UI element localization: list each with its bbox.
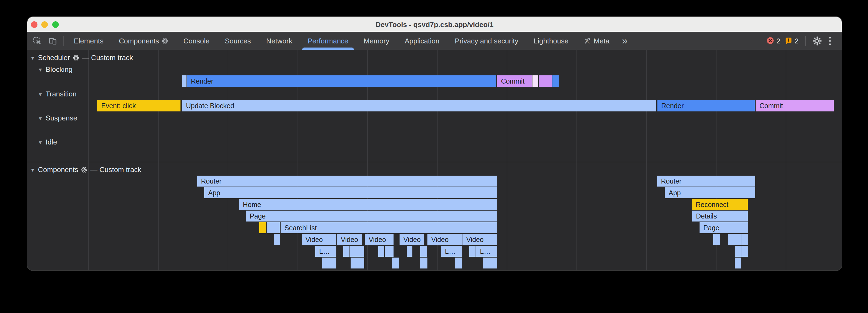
timeline-bar[interactable] — [420, 246, 427, 257]
commit-bar[interactable]: Commit — [497, 75, 532, 87]
bar-label: Video — [428, 236, 449, 243]
minimize-button[interactable] — [41, 21, 48, 28]
home-bar[interactable]: Home — [239, 199, 497, 210]
l-bar[interactable]: L… — [441, 246, 462, 257]
tab-performance[interactable]: Performance — [300, 32, 356, 50]
track-divider — [27, 162, 842, 162]
bar-label: Router — [657, 177, 681, 185]
timeline-bar[interactable] — [483, 257, 497, 269]
timeline-bar[interactable] — [259, 222, 266, 233]
timeline-bar[interactable] — [420, 257, 428, 269]
bar-label: Details — [692, 212, 717, 220]
timeline-bar[interactable] — [392, 257, 399, 269]
bar-label: Reconnect — [692, 201, 728, 208]
page-bar[interactable]: Page — [246, 211, 497, 221]
video-bar[interactable]: Video — [337, 234, 362, 245]
timeline-bar[interactable] — [713, 234, 720, 245]
lane-idle[interactable]: ▼Idle — [38, 138, 57, 146]
timeline-bar[interactable] — [741, 234, 748, 245]
video-bar[interactable]: Video — [302, 234, 336, 245]
tab-network[interactable]: Network — [259, 32, 300, 50]
timeline-bar[interactable] — [741, 246, 748, 257]
timeline-bar[interactable] — [455, 257, 462, 269]
error-icon — [767, 37, 774, 45]
components-track-header[interactable]: ▼ Components — Custom track — [30, 166, 142, 174]
timeline-bar[interactable] — [532, 75, 538, 87]
gridline — [646, 50, 647, 270]
timeline-bar[interactable] — [182, 75, 187, 87]
l-bar[interactable]: L… — [315, 246, 336, 257]
tab-console[interactable]: Console — [176, 32, 217, 50]
video-bar[interactable]: Video — [428, 234, 462, 245]
tab-lighthouse[interactable]: Lighthouse — [526, 32, 576, 50]
update-blocked-bar[interactable]: Update Blocked — [182, 100, 656, 111]
tab-meta[interactable]: Meta — [576, 32, 617, 50]
timeline-bar[interactable] — [735, 257, 741, 269]
timeline-bar[interactable] — [378, 246, 384, 257]
timeline-bar[interactable] — [728, 234, 741, 245]
page-bar[interactable]: Page — [700, 222, 748, 233]
tab-label: Lighthouse — [534, 37, 568, 45]
render-bar[interactable]: Render — [187, 75, 496, 87]
tab-components[interactable]: Components — [111, 32, 176, 50]
video-bar[interactable]: Video — [462, 234, 497, 245]
timeline-bar[interactable] — [267, 222, 280, 233]
router-bar[interactable]: Router — [657, 176, 755, 186]
tab-application[interactable]: Application — [397, 32, 447, 50]
lane-suspense[interactable]: ▼Suspense — [38, 114, 77, 123]
timeline-bar[interactable] — [539, 75, 552, 87]
lane-blocking[interactable]: ▼Blocking — [38, 65, 72, 74]
bar-label: Page — [246, 212, 266, 220]
disclosure-triangle-icon: ▼ — [30, 56, 35, 61]
tab-privacy-and-security[interactable]: Privacy and security — [447, 32, 526, 50]
event-click-bar[interactable]: Event: click — [97, 100, 181, 111]
zoom-button[interactable] — [52, 21, 59, 28]
settings-gear-icon[interactable] — [812, 36, 822, 46]
timeline-bar[interactable] — [322, 257, 336, 269]
timeline-bar[interactable] — [407, 246, 412, 257]
react-atom-icon — [73, 55, 79, 61]
inspect-element-icon[interactable] — [32, 36, 42, 46]
timeline-bar[interactable] — [552, 75, 559, 87]
lane-label: Idle — [46, 138, 57, 146]
video-bar[interactable]: Video — [400, 234, 424, 245]
bar-label: Video — [365, 236, 386, 243]
tab-memory[interactable]: Memory — [356, 32, 397, 50]
scheduler-track-header[interactable]: ▼ Scheduler — Custom track — [30, 54, 133, 62]
timeline-bar[interactable] — [350, 246, 364, 257]
router-bar[interactable]: Router — [197, 176, 497, 186]
tab-elements[interactable]: Elements — [66, 32, 111, 50]
active-tab-underline — [302, 47, 354, 50]
timeline-bar[interactable] — [343, 246, 349, 257]
render-bar[interactable]: Render — [657, 100, 755, 111]
timeline-bar[interactable] — [735, 246, 741, 257]
l-bar[interactable]: L… — [476, 246, 497, 257]
tab-sources[interactable]: Sources — [217, 32, 258, 50]
timeline-bar[interactable] — [469, 246, 475, 257]
console-errors-badge[interactable]: 2 — [767, 37, 780, 45]
video-bar[interactable]: Video — [365, 234, 394, 245]
titlebar[interactable]: DevTools - qsvd7p.csb.app/video/1 — [27, 17, 842, 32]
reconnect-bar[interactable]: Reconnect — [692, 199, 748, 210]
close-button[interactable] — [31, 21, 37, 28]
app-bar[interactable]: App — [204, 187, 497, 198]
performance-panel: ▼ Scheduler — Custom track ▼BlockingRend… — [27, 50, 842, 270]
issues-badge[interactable]: 2 — [785, 37, 799, 45]
warning-icon — [785, 37, 792, 45]
more-options-kebab-icon[interactable] — [827, 37, 834, 45]
device-toolbar-icon[interactable] — [48, 36, 57, 46]
bar-label: L… — [441, 247, 456, 255]
disclosure-triangle-icon: ▼ — [38, 116, 43, 121]
app-bar[interactable]: App — [665, 187, 755, 198]
searchlist-bar[interactable]: SearchList — [281, 222, 497, 233]
details-bar[interactable]: Details — [692, 211, 748, 221]
timeline-bar[interactable] — [385, 246, 394, 257]
panel-tab-strip: ElementsComponentsConsoleSourcesNetworkP… — [66, 32, 617, 50]
tab-label: Sources — [225, 37, 251, 45]
more-tabs-button[interactable]: » — [617, 33, 632, 49]
timeline-bar[interactable] — [350, 257, 364, 269]
commit-bar[interactable]: Commit — [755, 100, 834, 111]
tab-label: Components — [119, 37, 159, 45]
timeline-bar[interactable] — [274, 234, 280, 245]
lane-transition[interactable]: ▼Transition — [38, 90, 76, 98]
